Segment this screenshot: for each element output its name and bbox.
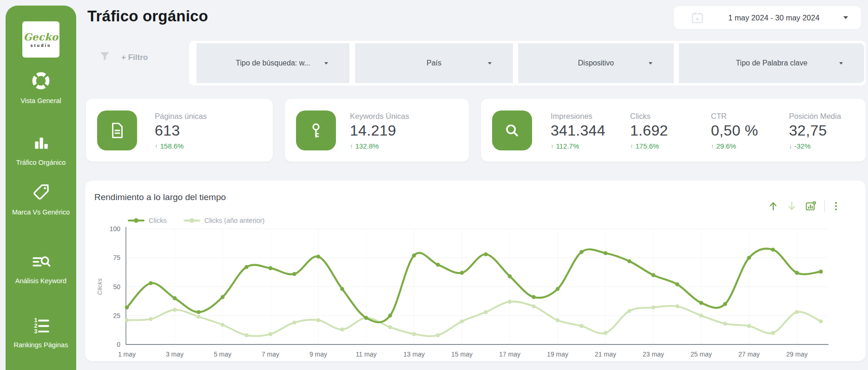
svg-text:1 may: 1 may <box>118 351 136 358</box>
metric-value: 14.219 <box>350 122 409 139</box>
search-icon <box>492 110 532 150</box>
performance-chart-card: Rendimiento a lo largo del tiempo Clicks… <box>85 181 866 361</box>
sidebar-item-label: Rankings Páginas <box>14 341 68 349</box>
logo-brand-text: Gecko <box>23 31 58 43</box>
filter-label: Tipo de Palabra clave <box>736 59 807 67</box>
logo: Gecko studio <box>22 21 59 58</box>
arrow-up-icon: ↑ <box>350 143 353 149</box>
sidebar-item-trafico-organico[interactable]: Tráfico Orgánico <box>6 133 76 166</box>
metric-value: 0,50 % <box>711 122 758 139</box>
filter-label: Tipo de búsqueda: w... <box>236 59 310 67</box>
svg-text:29 may: 29 may <box>786 351 808 358</box>
filter-dispositivo[interactable]: Dispositivo <box>518 43 674 83</box>
svg-text:7 may: 7 may <box>262 351 279 358</box>
chevron-down-icon <box>843 16 848 19</box>
metric-value: 1.692 <box>630 122 668 139</box>
arrow-down-icon: ↓ <box>789 143 792 149</box>
add-filter-label: + Filtro <box>121 53 148 62</box>
bar-chart-icon <box>31 133 51 155</box>
chevron-down-icon <box>649 62 652 65</box>
arrow-up-icon: ↑ <box>155 143 158 149</box>
svg-text:100: 100 <box>110 225 121 233</box>
svg-text:25: 25 <box>113 312 120 319</box>
funnel-icon <box>99 50 111 65</box>
arrow-up-icon: ↑ <box>711 143 714 149</box>
metric-label: CTR <box>711 112 758 121</box>
metric-delta: ↑29.6% <box>711 142 758 150</box>
svg-text:3 may: 3 may <box>166 351 184 358</box>
metric-delta: ↓-32% <box>789 142 841 150</box>
page-title: Tráfico orgánico <box>87 7 208 25</box>
metric-value: 613 <box>155 122 207 139</box>
svg-text:5 may: 5 may <box>214 351 231 358</box>
svg-text:27 may: 27 may <box>738 351 760 358</box>
svg-text:9 may: 9 may <box>309 351 327 358</box>
key-icon <box>296 110 336 150</box>
metric-label: Impresiones <box>551 112 605 121</box>
metric-label: Posición Media <box>789 112 841 121</box>
sidebar-item-label: Marca Vs Genérico <box>12 208 70 216</box>
filter-label: Dispositivo <box>578 59 614 67</box>
sidebar-item-label: Vista General <box>20 97 61 104</box>
sidebar-item-label: Tráfico Orgánico <box>16 159 66 166</box>
metric-label: Clicks <box>630 112 668 121</box>
sidebar-item-analisis-keyword[interactable]: Análisis Keyword <box>6 253 76 285</box>
filter-pais[interactable]: País <box>355 43 513 83</box>
chevron-down-icon <box>324 62 328 65</box>
sidebar-item-label: Análisis Keyword <box>15 277 66 285</box>
svg-text:17 may: 17 may <box>499 351 520 358</box>
svg-text:25 may: 25 may <box>690 351 712 358</box>
date-range-picker[interactable]: 1 may 2024 - 30 may 2024 <box>674 6 861 29</box>
metric-label: Páginas únicas <box>155 112 207 121</box>
svg-text:3: 3 <box>34 328 38 335</box>
svg-text:23 may: 23 may <box>643 351 664 358</box>
kpi-card-search-metrics: Impresiones 341.344 ↑112.7% Clicks 1.692… <box>481 99 866 162</box>
donut-chart-icon <box>31 71 51 93</box>
svg-text:50: 50 <box>113 283 120 291</box>
svg-text:15 may: 15 may <box>451 351 473 358</box>
filter-label: País <box>427 59 441 67</box>
sidebar-item-vista-general[interactable]: Vista General <box>6 71 76 104</box>
logo-sub-text: studio <box>31 43 52 48</box>
svg-text:19 may: 19 may <box>547 351 568 358</box>
document-icon <box>97 110 137 150</box>
metric-delta: ↑112.7% <box>551 142 605 150</box>
line-chart[interactable]: 02550751001 may3 may5 may7 may9 may11 ma… <box>85 181 866 361</box>
filter-tipo-palabra-clave[interactable]: Tipo de Palabra clave <box>679 43 864 83</box>
chevron-down-icon <box>488 62 492 65</box>
metric-value: 32,75 <box>789 122 841 139</box>
calendar-icon <box>690 11 704 25</box>
svg-text:0: 0 <box>117 341 120 348</box>
kpi-card-keywords-unicas: Keywords Únicas 14.219 ↑132.8% <box>285 99 469 162</box>
sidebar-item-rankings-paginas[interactable]: 123 Rankings Páginas <box>6 316 76 349</box>
arrow-up-icon: ↑ <box>551 143 554 149</box>
tag-icon <box>31 182 51 204</box>
numbered-list-icon: 123 <box>30 316 52 337</box>
sidebar-item-marca-vs-generico[interactable]: Marca Vs Genérico <box>6 182 76 216</box>
metric-delta: ↑132.8% <box>350 142 409 150</box>
metric-delta: ↑158.6% <box>155 142 207 150</box>
svg-text:11 may: 11 may <box>356 351 377 358</box>
sidebar: Gecko studio Vista General Tráfico Orgán… <box>6 6 76 370</box>
metric-label: Keywords Únicas <box>350 112 409 121</box>
metric-value: 341.344 <box>551 122 605 139</box>
svg-text:75: 75 <box>113 254 120 261</box>
filter-tipo-de-busqueda[interactable]: Tipo de búsqueda: w... <box>197 43 349 83</box>
svg-text:21 may: 21 may <box>595 351 616 358</box>
svg-text:Clicks: Clicks <box>96 278 103 295</box>
add-filter-button[interactable]: + Filtro <box>99 50 148 65</box>
svg-text:13 may: 13 may <box>403 351 425 358</box>
keyword-search-icon <box>30 253 52 273</box>
chevron-down-icon <box>839 62 843 65</box>
metric-delta: ↑175.6% <box>630 142 668 150</box>
date-range-text: 1 may 2024 - 30 may 2024 <box>704 13 843 22</box>
filter-panel: Tipo de búsqueda: w... País Dispositivo … <box>189 41 866 85</box>
kpi-card-paginas-unicas: Páginas únicas 613 ↑158.6% <box>86 99 273 162</box>
arrow-up-icon: ↑ <box>630 143 633 149</box>
